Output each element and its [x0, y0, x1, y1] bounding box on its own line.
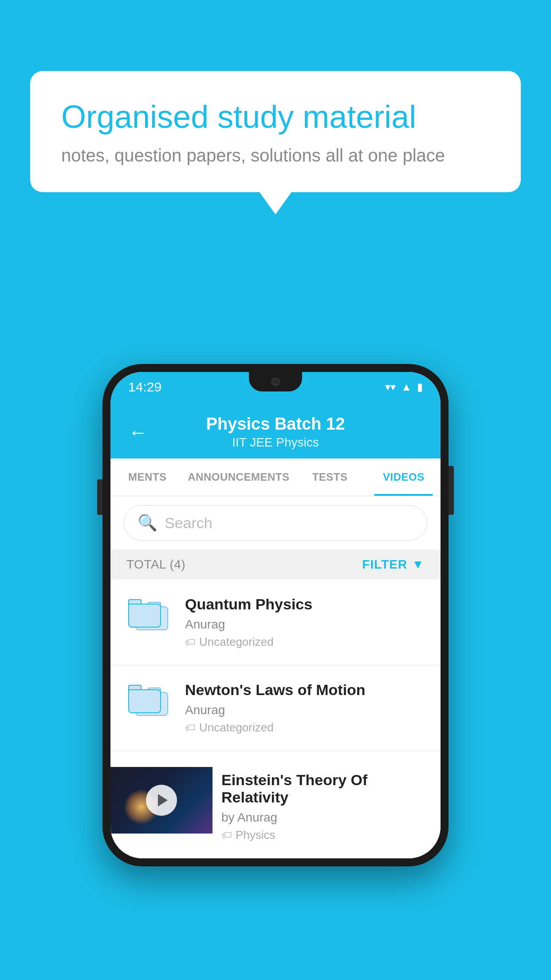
speech-bubble: Organised study material notes, question… [30, 71, 521, 192]
video-title: Einstein's Theory Of Relativity [221, 771, 418, 806]
tab-tests[interactable]: TESTS [293, 458, 366, 496]
tag-icon: 🏷 [185, 636, 196, 648]
list-item[interactable]: Quantum Physics Anurag 🏷 Uncategorized [110, 580, 441, 665]
video-tag: 🏷 Physics [221, 828, 418, 842]
back-button[interactable]: ← [128, 423, 148, 442]
video-info: Quantum Physics Anurag 🏷 Uncategorized [185, 596, 427, 649]
video-title: Newton's Laws of Motion [185, 681, 427, 699]
search-placeholder: Search [165, 514, 213, 532]
video-thumbnail [110, 767, 213, 834]
video-list: Quantum Physics Anurag 🏷 Uncategorized [110, 580, 441, 858]
video-title: Quantum Physics [185, 596, 427, 613]
battery-icon: ▮ [417, 381, 423, 393]
total-count: TOTAL (4) [126, 557, 185, 572]
tag-label: Uncategorized [199, 635, 274, 649]
status-time: 14:29 [128, 379, 161, 395]
header-title: Physics Batch 12 [158, 415, 393, 434]
tag-label: Physics [236, 828, 276, 842]
signal-icon: ▲ [401, 381, 412, 393]
search-bar-wrapper: 🔍 Search [110, 496, 441, 549]
search-icon: 🔍 [138, 514, 157, 532]
status-bar: 14:29 ▾▾ ▲ ▮ [110, 372, 441, 402]
play-button[interactable] [146, 785, 177, 816]
filter-bar: TOTAL (4) FILTER ▼ [110, 549, 441, 580]
tab-ments[interactable]: MENTS [110, 458, 184, 496]
video-info: Newton's Laws of Motion Anurag 🏷 Uncateg… [185, 681, 427, 735]
video-tag: 🏷 Uncategorized [185, 721, 427, 735]
wifi-icon: ▾▾ [385, 381, 396, 393]
phone-wrapper: 14:29 ▾▾ ▲ ▮ ← Physics Batch 12 IIT JEE … [102, 364, 449, 866]
header-subtitle: IIT JEE Physics [158, 435, 393, 450]
list-item[interactable]: Einstein's Theory Of Relativity by Anura… [110, 751, 441, 858]
bubble-arrow [260, 192, 291, 214]
filter-icon: ▼ [412, 557, 425, 572]
video-author: Anurag [185, 703, 427, 717]
camera-notch [271, 377, 280, 386]
play-triangle [158, 794, 168, 806]
bubble-title: Organised study material [61, 98, 490, 136]
folder-icon [128, 681, 168, 716]
item-thumb [124, 681, 173, 716]
folder-front [128, 689, 161, 713]
tab-videos[interactable]: VIDEOS [367, 458, 441, 496]
phone-outer: 14:29 ▾▾ ▲ ▮ ← Physics Batch 12 IIT JEE … [102, 364, 449, 866]
video-tag: 🏷 Uncategorized [185, 635, 427, 649]
tab-announcements[interactable]: ANNOUNCEMENTS [184, 458, 293, 496]
status-icons: ▾▾ ▲ ▮ [385, 381, 423, 393]
list-item[interactable]: Newton's Laws of Motion Anurag 🏷 Uncateg… [110, 665, 441, 751]
bubble-subtitle: notes, question papers, solutions all at… [61, 146, 490, 166]
filter-label: FILTER [362, 557, 407, 572]
notch [249, 372, 302, 391]
tag-icon: 🏷 [185, 722, 196, 734]
speech-bubble-wrapper: Organised study material notes, question… [30, 71, 521, 214]
tabs-bar: MENTS ANNOUNCEMENTS TESTS VIDEOS [110, 458, 441, 496]
app-header: ← Physics Batch 12 IIT JEE Physics [110, 402, 441, 458]
tag-label: Uncategorized [199, 721, 274, 735]
header-title-block: Physics Batch 12 IIT JEE Physics [158, 415, 393, 450]
video-author: Anurag [185, 617, 427, 632]
folder-icon [128, 596, 168, 630]
item-thumb [124, 596, 173, 630]
video-info: Einstein's Theory Of Relativity by Anura… [213, 767, 427, 842]
tag-icon: 🏷 [221, 829, 232, 842]
folder-front [128, 604, 161, 628]
phone-screen: 14:29 ▾▾ ▲ ▮ ← Physics Batch 12 IIT JEE … [110, 372, 441, 858]
filter-button[interactable]: FILTER ▼ [362, 557, 425, 572]
search-bar[interactable]: 🔍 Search [124, 505, 427, 541]
video-author: by Anurag [221, 810, 418, 825]
